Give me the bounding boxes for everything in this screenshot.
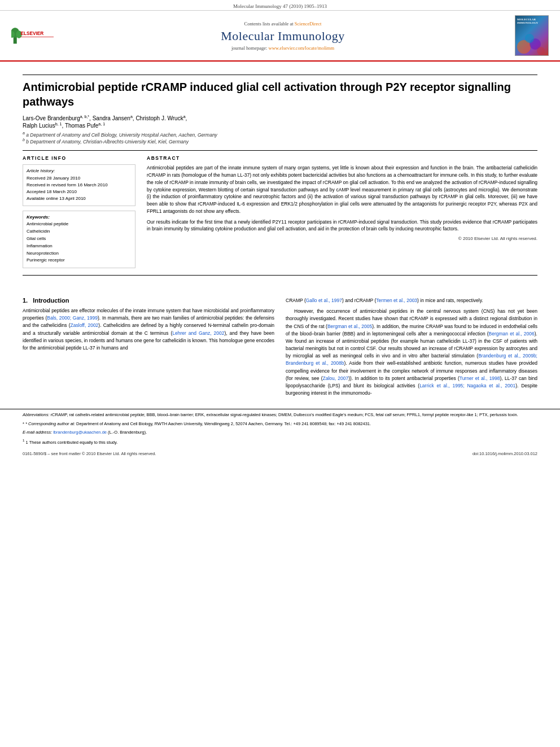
- page-footer: 0161-5890/$ – see front matter © 2010 El…: [0, 448, 560, 459]
- equal-contribution-text: 1 These authors contributed equally to t…: [26, 440, 118, 445]
- abbreviations-footnote: Abbreviations: rCRAMP, rat cathelin-rela…: [23, 412, 537, 418]
- ref-bergman-2006[interactable]: Bergman et al., 2006: [489, 331, 535, 337]
- info-abstract-columns: ARTICLE INFO Article history: Received 2…: [23, 155, 537, 268]
- journal-title-block: Contents lists available at ScienceDirec…: [56, 21, 509, 51]
- abbrev-text: rCRAMP, rat cathelin-related antimicrobi…: [51, 412, 518, 417]
- intro-text-left: Antimicrobial peptides are effector mole…: [23, 307, 274, 352]
- received-date: Received 28 January 2010: [27, 175, 132, 182]
- svg-point-8: [525, 34, 534, 43]
- corresponding-text: Department of Anatomy and Cell Biology, …: [76, 421, 371, 426]
- intro-heading: 1. Introduction: [23, 297, 274, 304]
- keyword-2: Cathelicidin: [27, 228, 132, 235]
- journal-main-title: Molecular Immunology: [56, 29, 509, 43]
- bottom-divider: [23, 275, 537, 276]
- email-address[interactable]: lbrandenburg@ukaachen.de: [53, 430, 107, 435]
- top-divider: [23, 75, 537, 75]
- ref-larrick[interactable]: Larrick et al., 1995; Nagaoka et al., 20…: [419, 383, 515, 388]
- copyright-line: © 2010 Elsevier Ltd. All rights reserved…: [147, 236, 537, 241]
- history-label: Article history:: [27, 168, 132, 173]
- abstract-paragraph-2: Our results indicate for the first time …: [147, 219, 537, 233]
- intro-number: 1.: [23, 297, 28, 304]
- revised-date: Received in revised form 16 March 2010: [27, 182, 132, 189]
- svg-text:ELSEVIER: ELSEVIER: [21, 31, 44, 36]
- keyword-6: Purinergic receptor: [27, 257, 132, 264]
- article-title: Antimicrobial peptide rCRAMP induced gli…: [23, 80, 537, 109]
- author-names: Lars-Ove Brandenburga, b,*, Sandra Janse…: [23, 115, 187, 128]
- sciencedirect-link[interactable]: ScienceDirect: [295, 21, 322, 27]
- ref-lehrer[interactable]: Lehrer and Ganz, 2002: [172, 330, 224, 336]
- ref-zalou[interactable]: Zalou, 2007: [322, 375, 348, 381]
- abstract-text: Antimicrobial peptides are part of the i…: [147, 164, 537, 233]
- email-footnote: E-mail address: lbrandenburg@ukaachen.de…: [23, 429, 537, 435]
- email-label: E-mail address:: [23, 430, 52, 435]
- corresponding-footnote: * * Corresponding author at: Department …: [23, 421, 537, 427]
- ref-termen[interactable]: Termen et al., 2003: [376, 298, 417, 303]
- keywords-label: Keywords:: [27, 215, 132, 220]
- mid-divider: [23, 150, 537, 151]
- footnote-section: Abbreviations: rCRAMP, rat cathelin-rela…: [0, 409, 560, 445]
- keyword-4: Inflammation: [27, 243, 132, 250]
- homepage-url[interactable]: www.elsevier.com/locate/molimm: [269, 45, 335, 51]
- abstract-heading: ABSTRACT: [147, 155, 537, 161]
- journal-reference-text: Molecular Immunology 47 (2010) 1905–1913: [233, 3, 327, 9]
- svg-point-9: [537, 47, 545, 55]
- journal-header: ELSEVIER Contents lists available at Sci…: [0, 11, 560, 62]
- abbrev-label: Abbreviations:: [23, 412, 50, 417]
- article-info-column: ARTICLE INFO Article history: Received 2…: [23, 155, 135, 268]
- cover-image: MOLECULARIMMUNOLOGY: [515, 15, 549, 56]
- ref-gallo[interactable]: Gallo et al., 1997: [306, 298, 342, 303]
- issn-text: 0161-5890/$ – see front matter © 2010 El…: [23, 451, 156, 456]
- doi-text: doi:10.1016/j.molimm.2010.03.012: [473, 451, 537, 456]
- journal-reference-bar: Molecular Immunology 47 (2010) 1905–1913: [0, 0, 560, 11]
- corresponding-label: * Corresponding author at:: [25, 421, 75, 426]
- article-main: Antimicrobial peptide rCRAMP induced gli…: [0, 62, 560, 289]
- intro-para-right-2: However, the occurrence of antimicrobial…: [286, 308, 537, 397]
- keyword-1: Antimicrobial peptide: [27, 221, 132, 228]
- article-info-heading: ARTICLE INFO: [23, 155, 135, 161]
- introduction-section: 1. Introduction Antimicrobial peptides a…: [0, 291, 560, 406]
- intro-right-column: CRAMP (Gallo et al., 1997) and rCRAMP (T…: [286, 297, 537, 400]
- intro-para-1: Antimicrobial peptides are effector mole…: [23, 307, 274, 352]
- keyword-3: Glial cells: [27, 235, 132, 243]
- ref-turner[interactable]: Turner et al., 1998: [460, 375, 500, 381]
- available-date: Available online 13 April 2010: [27, 195, 132, 202]
- affiliation-b: b b Department of Anatomy, Christian-Alb…: [23, 138, 537, 145]
- keywords-box: Keywords: Antimicrobial peptide Cathelic…: [23, 211, 135, 268]
- journal-homepage: journal homepage: www.elsevier.com/locat…: [56, 45, 509, 51]
- ref-zasloff[interactable]: Zasloff, 2002: [71, 322, 99, 328]
- email-note: (L.-O. Brandenburg).: [108, 430, 147, 435]
- article-history-box: Article history: Received 28 January 201…: [23, 164, 135, 206]
- contents-line: Contents lists available at ScienceDirec…: [56, 21, 509, 27]
- accepted-date: Accepted 18 March 2010: [27, 189, 132, 195]
- abstract-column: ABSTRACT Antimicrobial peptides are part…: [147, 155, 537, 268]
- equal-contribution-footnote: 1 1 These authors contributed equally to…: [23, 438, 537, 445]
- affiliation-a: a a Department of Anatomy and Cell Biolo…: [23, 131, 537, 138]
- keyword-5: Neuroprotection: [27, 250, 132, 257]
- abstract-paragraph-1: Antimicrobial peptides are part of the i…: [147, 164, 537, 215]
- affiliations: a a Department of Anatomy and Cell Biolo…: [23, 131, 537, 145]
- intro-para-right-1: CRAMP (Gallo et al., 1997) and rCRAMP (T…: [286, 297, 537, 304]
- journal-cover: MOLECULARIMMUNOLOGY: [515, 15, 549, 56]
- ref-brand-2009[interactable]: Brandenburg et al., 2009b; Brandenburg e…: [286, 353, 537, 366]
- ref-bals[interactable]: Bals, 2000; Ganz, 1999: [47, 315, 98, 321]
- ref-bergman-2005[interactable]: Bergman et al., 2005: [327, 324, 372, 329]
- authors-line: Lars-Ove Brandenburga, b,*, Sandra Janse…: [23, 115, 537, 129]
- intro-left-column: 1. Introduction Antimicrobial peptides a…: [23, 297, 274, 400]
- elsevier-logo: ELSEVIER: [11, 23, 56, 48]
- intro-text-right: CRAMP (Gallo et al., 1997) and rCRAMP (T…: [286, 297, 537, 397]
